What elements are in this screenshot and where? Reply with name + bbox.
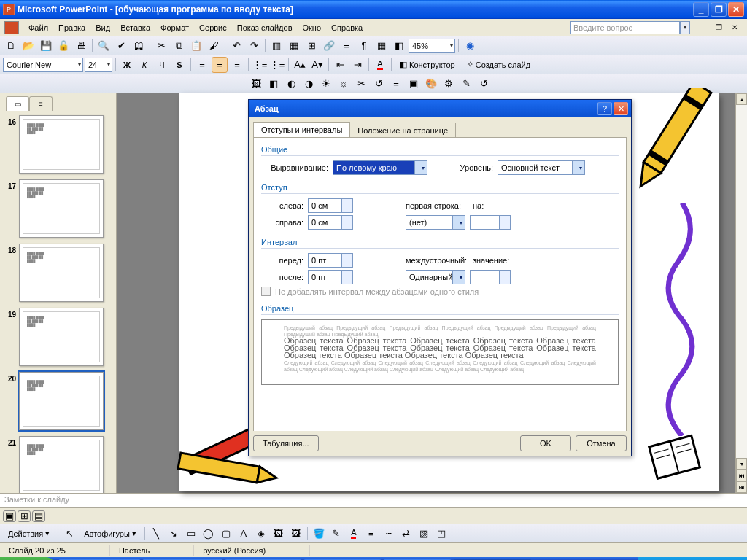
- permission-icon[interactable]: 🔓: [55, 38, 71, 54]
- copy-icon[interactable]: ⧉: [171, 38, 187, 54]
- line-icon[interactable]: ╲: [148, 526, 164, 542]
- sorter-view-icon[interactable]: ⊞: [18, 510, 31, 522]
- expand-all-icon[interactable]: ≡: [338, 38, 355, 54]
- menu-help[interactable]: Справка: [326, 21, 368, 34]
- more-brightness-icon[interactable]: ☀: [318, 76, 334, 92]
- compress-icon[interactable]: ▣: [406, 76, 422, 92]
- scroll-up-icon[interactable]: ▴: [736, 93, 747, 105]
- dash-style-icon[interactable]: ┄: [381, 526, 397, 542]
- designer-button[interactable]: ◧Конструктор: [395, 57, 460, 73]
- indent-right-spinner[interactable]: 0 см: [308, 215, 353, 230]
- transparent-color-icon[interactable]: ✎: [458, 76, 474, 92]
- linespacing-select[interactable]: Одинарный: [406, 270, 465, 284]
- slide-thumb-16[interactable]: 16████ ██████ ███ ██████: [6, 115, 110, 175]
- increase-font-icon[interactable]: A▴: [292, 57, 308, 73]
- slide-thumb-21[interactable]: 21████ ██████ ███ ██████: [6, 436, 110, 493]
- dialog-titlebar[interactable]: Абзац ? ✕: [249, 100, 631, 117]
- decrease-font-icon[interactable]: A▾: [309, 57, 325, 73]
- less-contrast-icon[interactable]: ◑: [301, 76, 317, 92]
- autoshapes-menu[interactable]: Автофигуры▾: [79, 526, 142, 542]
- paste-icon[interactable]: 📋: [188, 38, 204, 54]
- level-select[interactable]: Основной текст: [498, 160, 585, 175]
- before-spinner[interactable]: 0 пт: [308, 253, 353, 268]
- format-painter-icon[interactable]: 🖌: [206, 38, 222, 54]
- menu-edit[interactable]: Правка: [53, 21, 90, 34]
- open-icon[interactable]: 📂: [20, 38, 36, 54]
- font-color-icon[interactable]: A: [372, 57, 388, 73]
- menu-slideshow[interactable]: Показ слайдов: [232, 21, 298, 34]
- slide-thumb-19[interactable]: 19████ ██████ ███ ██████: [6, 308, 110, 368]
- diagram-icon[interactable]: ◈: [253, 526, 269, 542]
- alignment-select[interactable]: По левому краю: [333, 160, 427, 175]
- cut-icon[interactable]: ✂: [153, 38, 169, 54]
- next-slide-icon[interactable]: ⏭: [736, 481, 747, 493]
- help-icon[interactable]: ◉: [462, 38, 478, 54]
- firstline-select[interactable]: (нет): [406, 215, 465, 230]
- indent-left-spinner[interactable]: 0 см: [308, 198, 353, 213]
- wordart-icon[interactable]: A: [236, 526, 252, 542]
- oval-icon[interactable]: ◯: [201, 526, 217, 542]
- zoom-combo[interactable]: 45%: [409, 39, 455, 53]
- slide-thumb-18[interactable]: 18████ ██████ ███ ██████: [6, 244, 110, 303]
- insert-picture-icon[interactable]: 🖼: [248, 76, 264, 92]
- ask-question-box[interactable]: Введите вопрос: [570, 21, 680, 34]
- redo-icon[interactable]: ↷: [246, 38, 262, 54]
- tabs-button[interactable]: Табуляция...: [253, 435, 319, 451]
- shadow-style-icon[interactable]: ▨: [416, 526, 432, 542]
- menu-insert[interactable]: Вставка: [115, 21, 155, 34]
- font-color-icon2[interactable]: A: [346, 526, 362, 542]
- rectangle-icon[interactable]: ▭: [183, 526, 199, 542]
- undo-icon[interactable]: ↶: [228, 38, 244, 54]
- reset-picture-icon[interactable]: ↺: [476, 76, 492, 92]
- color-icon[interactable]: ◧: [266, 76, 282, 92]
- menu-window[interactable]: Окно: [298, 21, 327, 34]
- close-button[interactable]: ✕: [728, 2, 744, 17]
- less-brightness-icon[interactable]: ☼: [336, 76, 352, 92]
- line-style-icon[interactable]: ≡: [388, 76, 404, 92]
- minimize-button[interactable]: _: [693, 2, 709, 17]
- lsby-spinner[interactable]: [470, 270, 511, 284]
- select-objects-icon[interactable]: ↖: [61, 526, 77, 542]
- nosame-checkbox[interactable]: [261, 287, 271, 296]
- mdi-close-button[interactable]: ✕: [727, 20, 743, 36]
- insert-chart-icon[interactable]: ▥: [268, 38, 285, 54]
- ok-button[interactable]: OK: [520, 435, 571, 451]
- color-grayscale-icon[interactable]: ◧: [391, 38, 407, 54]
- align-center-icon[interactable]: ≡: [212, 57, 228, 73]
- underline-icon[interactable]: Ч: [154, 57, 170, 73]
- scroll-down-icon[interactable]: ▾: [736, 458, 747, 470]
- picture-icon[interactable]: 🖼: [288, 526, 304, 542]
- menu-view[interactable]: Вид: [90, 21, 115, 34]
- mdi-restore-button[interactable]: ❐: [711, 20, 727, 36]
- vertical-scrollbar[interactable]: ▴ ▾ ⏮ ⏭: [735, 93, 747, 493]
- print-preview-icon[interactable]: 🔍: [96, 38, 112, 54]
- shadow-icon[interactable]: S: [171, 57, 187, 73]
- notes-pane[interactable]: Заметки к слайду: [0, 493, 747, 508]
- outline-tab[interactable]: ≡: [29, 96, 53, 111]
- slideshow-view-icon[interactable]: ▤: [32, 510, 45, 522]
- decrease-indent-icon[interactable]: ⇤: [332, 57, 348, 73]
- dialog-help-button[interactable]: ?: [597, 102, 612, 115]
- bold-icon[interactable]: Ж: [119, 57, 135, 73]
- line-color-icon[interactable]: ✎: [328, 526, 344, 542]
- show-grid-icon[interactable]: ▦: [374, 38, 390, 54]
- numbering-icon[interactable]: ⋮≡: [252, 57, 268, 73]
- show-formatting-icon[interactable]: ¶: [356, 38, 372, 54]
- start-button[interactable]: пуск: [0, 557, 55, 560]
- tab-indents[interactable]: Отступы и интервалы: [253, 122, 350, 137]
- clipart-icon[interactable]: 🖼: [271, 526, 287, 542]
- normal-view-icon[interactable]: ▣: [3, 510, 16, 522]
- ask-question-dropdown-icon[interactable]: ▾: [680, 21, 690, 34]
- align-left-icon[interactable]: ≡: [194, 57, 210, 73]
- menu-file[interactable]: Файл: [23, 21, 53, 34]
- increase-indent-icon[interactable]: ⇥: [349, 57, 365, 73]
- slide-thumb-20[interactable]: 20████ ██████ ███ ██████: [6, 372, 110, 432]
- recolor-icon[interactable]: 🎨: [423, 76, 439, 92]
- insert-table-icon[interactable]: ▦: [286, 38, 302, 54]
- maximize-button[interactable]: ❐: [711, 2, 727, 17]
- prev-slide-icon[interactable]: ⏮: [736, 470, 747, 481]
- font-size-combo[interactable]: 24: [85, 58, 112, 72]
- document-control-icon[interactable]: [4, 21, 19, 34]
- align-right-icon[interactable]: ≡: [229, 57, 245, 73]
- save-icon[interactable]: 💾: [38, 38, 54, 54]
